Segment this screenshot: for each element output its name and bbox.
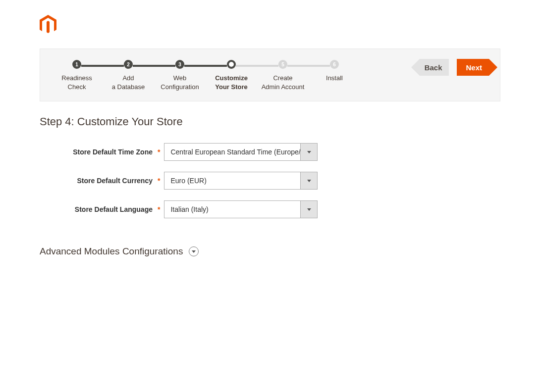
step-current-marker	[227, 60, 236, 69]
step-number-badge: 6	[330, 60, 339, 69]
select-language-toggle[interactable]	[300, 201, 317, 218]
required-asterisk: *	[157, 205, 164, 213]
chevron-down-icon	[307, 208, 311, 211]
step-number-badge: 1	[72, 60, 81, 69]
chevron-down-icon	[307, 180, 311, 182]
back-button[interactable]: Back	[420, 59, 449, 76]
select-timezone[interactable]: Central European Standard Time (Europe/B…	[164, 143, 318, 161]
field-row-currency: Store Default Currency * Euro (EUR)	[40, 172, 500, 190]
label-currency: Store Default Currency	[40, 177, 157, 185]
step-label: Install	[326, 74, 343, 83]
select-timezone-toggle[interactable]	[300, 144, 317, 160]
field-row-language: Store Default Language * Italian (Italy)	[40, 200, 500, 218]
required-asterisk: *	[157, 148, 164, 156]
step-label: Customize Your Store	[215, 74, 248, 91]
label-timezone: Store Default Time Zone	[40, 148, 157, 156]
select-currency[interactable]: Euro (EUR)	[164, 172, 318, 190]
step-install: 6 Install	[309, 60, 360, 83]
step-number-badge: 2	[124, 60, 133, 69]
step-readiness-check: 1 Readiness Check	[51, 60, 103, 91]
step-number-badge: 3	[175, 60, 184, 69]
magento-logo	[40, 15, 500, 35]
step-label: Web Configuration	[161, 74, 199, 91]
step-label: Readiness Check	[61, 74, 92, 91]
wizard-progress-bar: 1 Readiness Check 2 Add a Database 3 Web…	[40, 49, 500, 101]
chevron-down-icon	[192, 250, 196, 253]
page-title: Step 4: Customize Your Store	[40, 115, 500, 128]
select-language-value: Italian (Italy)	[164, 201, 300, 218]
step-number-badge: 5	[278, 60, 287, 69]
step-label: Create Admin Account	[262, 74, 305, 91]
advanced-modules-title: Advanced Modules Configurations	[40, 246, 183, 257]
field-row-timezone: Store Default Time Zone * Central Europe…	[40, 143, 500, 161]
next-button[interactable]: Next	[457, 59, 489, 76]
steps-container: 1 Readiness Check 2 Add a Database 3 Web…	[51, 59, 360, 91]
select-language[interactable]: Italian (Italy)	[164, 200, 318, 218]
advanced-modules-expand-toggle[interactable]	[189, 246, 199, 256]
wizard-nav-buttons: Back Next	[420, 59, 489, 76]
select-currency-toggle[interactable]	[300, 172, 317, 189]
chevron-down-icon	[307, 151, 311, 153]
label-language: Store Default Language	[40, 205, 157, 213]
select-timezone-value: Central European Standard Time (Europe/B…	[164, 144, 300, 160]
step-label: Add a Database	[112, 74, 145, 91]
select-currency-value: Euro (EUR)	[164, 172, 300, 189]
advanced-modules-section: Advanced Modules Configurations	[40, 246, 500, 257]
required-asterisk: *	[157, 177, 164, 185]
